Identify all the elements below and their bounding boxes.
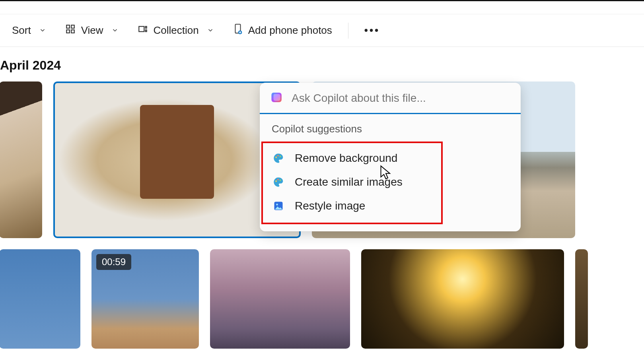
grid-icon	[65, 24, 76, 37]
svg-rect-2	[66, 30, 70, 33]
toolbar-divider	[348, 23, 348, 39]
collection-icon	[138, 24, 148, 37]
photo-thumb[interactable]	[361, 249, 564, 349]
add-phone-label: Add phone photos	[248, 24, 332, 37]
copilot-input-row	[260, 83, 521, 114]
copilot-suggestions-title: Copilot suggestions	[260, 114, 521, 142]
copilot-icon	[270, 91, 284, 106]
suggestion-restyle-image[interactable]: Restyle image	[263, 194, 441, 218]
video-thumb[interactable]: 00:59	[91, 249, 199, 349]
svg-rect-6	[145, 30, 146, 31]
suggestion-create-similar[interactable]: Create similar images	[263, 170, 441, 194]
month-heading: April 2024	[0, 58, 644, 73]
chevron-down-icon	[111, 24, 119, 37]
more-button[interactable]: •••	[357, 20, 387, 41]
svg-rect-4	[139, 27, 144, 32]
image-icon	[272, 200, 284, 212]
svg-point-9	[275, 157, 277, 158]
suggestion-label: Remove background	[295, 152, 397, 165]
svg-point-14	[280, 179, 281, 181]
suggestion-label: Restyle image	[295, 200, 365, 212]
svg-point-11	[280, 155, 281, 157]
photo-thumb[interactable]	[210, 249, 350, 349]
title-bar	[0, 1, 644, 14]
copilot-input[interactable]	[292, 92, 510, 105]
sort-label: Sort	[12, 24, 31, 37]
palette-icon	[272, 176, 284, 188]
palette-icon	[272, 152, 284, 164]
svg-rect-3	[71, 30, 74, 33]
suggestion-remove-background[interactable]: Remove background	[263, 146, 441, 170]
svg-rect-5	[145, 27, 146, 28]
photo-row: 00:59	[0, 249, 644, 349]
suggestion-label: Create similar images	[295, 176, 403, 188]
add-phone-photos-button[interactable]: Add phone photos	[226, 19, 339, 41]
highlight-annotation: Remove background Create similar images …	[261, 142, 443, 224]
sort-button[interactable]: Sort	[5, 20, 53, 41]
photo-thumb[interactable]	[575, 249, 588, 349]
svg-point-16	[276, 204, 278, 206]
video-duration-badge: 00:59	[96, 254, 131, 270]
collection-button[interactable]: Collection	[130, 20, 221, 41]
svg-rect-1	[71, 25, 74, 28]
collection-label: Collection	[154, 24, 199, 37]
svg-point-13	[277, 179, 279, 180]
svg-point-10	[277, 155, 279, 157]
photo-thumb[interactable]	[0, 249, 80, 349]
view-label: View	[81, 24, 103, 37]
photo-thumb[interactable]	[0, 81, 42, 238]
svg-rect-0	[66, 25, 70, 28]
more-icon: •••	[364, 24, 380, 37]
view-button[interactable]: View	[58, 20, 126, 41]
svg-point-12	[275, 180, 277, 182]
toolbar: Sort View Collection Add phone photos ••…	[0, 14, 644, 47]
copilot-panel: Copilot suggestions Remove background Cr…	[260, 83, 521, 231]
phone-add-icon	[233, 23, 243, 37]
chevron-down-icon	[207, 24, 214, 37]
chevron-down-icon	[39, 24, 46, 37]
